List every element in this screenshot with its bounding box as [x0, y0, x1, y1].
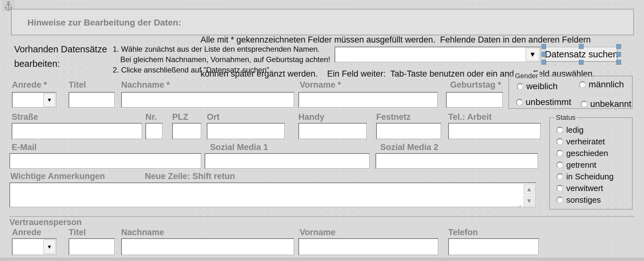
selection-handle-mid-left[interactable]	[541, 52, 546, 57]
status-radio-in-scheidung[interactable]	[556, 173, 563, 180]
status-radio-geschieden[interactable]	[556, 150, 563, 157]
titel-input[interactable]	[69, 92, 115, 108]
plz-label: PLZ	[172, 112, 188, 122]
selection-handle-bottom-right[interactable]	[616, 60, 621, 65]
geburtstag-label: Geburtstag *	[450, 80, 501, 90]
gender-group-legend: Gender	[513, 72, 539, 80]
status-option-in-scheidung[interactable]: in Scheidung	[566, 172, 613, 182]
plz-input[interactable]	[172, 123, 201, 139]
anmerkungen-textarea-frame: ▲ ▼	[9, 183, 536, 207]
selection-handle-top-center[interactable]	[579, 44, 584, 49]
scroll-up-icon[interactable]: ▲	[524, 184, 534, 194]
selection-handle-bottom-left[interactable]	[541, 60, 546, 65]
gender-option-maennlich[interactable]: männlich	[589, 79, 624, 90]
selection-handle-bottom-center[interactable]	[579, 60, 584, 65]
status-option-verwitwert[interactable]: verwitwert	[566, 183, 603, 193]
status-row-sonstiges: sonstiges	[556, 196, 613, 203]
notice-label: Hinweise zur Bearbeitung der Daten:	[27, 18, 181, 28]
vp-telefon-label: Telefon	[448, 228, 478, 237]
record-search-heading: Vorhanden Datensätze bearbeiten:	[14, 42, 107, 71]
vp-titel-label: Titel	[69, 228, 86, 237]
gender-radio-unbestimmt[interactable]	[516, 99, 523, 106]
step-1: 1. Wähle zunächst aus der Liste den ents…	[113, 44, 330, 54]
gender-option-unbestimmt[interactable]: unbestimmt	[526, 97, 571, 107]
anmerkungen-hint-label: Neue Zeile: Shift retun	[145, 171, 235, 181]
notice-box: Hinweise zur Bearbeitung der Daten: Alle…	[11, 9, 634, 35]
sozial-media-1-input[interactable]	[205, 153, 370, 169]
selection-handle-top-left[interactable]	[541, 44, 546, 49]
anrede-combo-arrow-icon[interactable]: ▼	[43, 93, 55, 107]
record-search-heading-line2: bearbeiten:	[14, 56, 107, 71]
nr-label: Nr.	[145, 112, 157, 122]
status-option-ledig[interactable]: ledig	[566, 125, 584, 135]
datensatz-suchen-button[interactable]: Datensatz suchen	[545, 47, 618, 62]
festnetz-input[interactable]	[376, 123, 441, 139]
sozial-media-2-input[interactable]	[376, 153, 538, 169]
anmerkungen-textarea[interactable]	[10, 183, 521, 207]
email-label: E-Mail	[12, 142, 37, 152]
tel-arbeit-label: Tel.: Arbeit	[448, 112, 492, 122]
selection-handle-top-right[interactable]	[616, 44, 621, 49]
anmerkungen-scrollbar[interactable]: ▲ ▼	[524, 184, 534, 206]
vp-nachname-input[interactable]	[121, 238, 294, 255]
anrede-label: Anrede *	[12, 80, 47, 90]
status-option-verheiratet[interactable]: verheiratet	[566, 137, 605, 147]
vertrauensperson-heading: Vertrauensperson	[9, 218, 82, 227]
status-option-getrennt[interactable]: getrennt	[566, 160, 596, 170]
strasse-label: Straße	[12, 112, 38, 122]
record-search-heading-line1: Vorhanden Datensätze	[14, 42, 107, 56]
status-row-verheiratet: verheiratet	[556, 138, 613, 145]
nachname-input[interactable]	[121, 92, 294, 108]
vorname-input[interactable]	[298, 92, 438, 108]
record-search-combo-arrow-icon[interactable]: ▼	[526, 48, 539, 61]
record-search-combo[interactable]: ▼	[335, 47, 541, 62]
tel-arbeit-input[interactable]	[448, 123, 541, 139]
gender-radio-unbekannt[interactable]	[581, 101, 587, 107]
gender-option-weiblich[interactable]: weiblich	[526, 81, 558, 91]
handy-label: Handy	[298, 112, 325, 122]
bottom-strip	[0, 258, 644, 261]
vp-anrede-label: Anrede	[12, 228, 41, 237]
handy-input[interactable]	[298, 123, 367, 139]
nr-input[interactable]	[145, 123, 163, 139]
status-option-geschieden[interactable]: geschieden	[566, 148, 608, 158]
titel-label: Titel	[69, 80, 86, 90]
nachname-label: Nachname *	[121, 80, 170, 90]
gender-option-unbekannt[interactable]: unbekannt	[590, 99, 631, 109]
vp-anrede-combo-arrow-icon[interactable]: ▼	[43, 240, 55, 254]
sozial-media-1-label: Sozial Media 1	[210, 142, 268, 152]
ort-input[interactable]	[207, 123, 285, 139]
gender-radio-weiblich[interactable]	[517, 83, 523, 90]
datensatz-suchen-button-label: Datensatz suchen	[545, 49, 618, 60]
status-row-ledig: ledig	[556, 126, 613, 133]
vp-vorname-input[interactable]	[298, 238, 438, 255]
gender-radio-maennlich[interactable]	[579, 81, 586, 88]
geburtstag-input[interactable]	[446, 92, 503, 108]
vorname-label: Vorname *	[300, 80, 341, 90]
scroll-down-icon[interactable]: ▼	[524, 196, 534, 206]
status-radio-verheiratet[interactable]	[556, 138, 563, 145]
status-option-sonstiges[interactable]: sonstiges	[566, 195, 601, 205]
anrede-combo[interactable]: ▼	[12, 92, 57, 108]
status-radio-getrennt[interactable]	[556, 162, 563, 168]
status-radio-sonstiges[interactable]	[556, 197, 563, 203]
status-radio-ledig[interactable]	[556, 127, 563, 133]
festnetz-label: Festnetz	[376, 112, 411, 122]
section-divider	[9, 216, 634, 217]
anmerkungen-label: Wichtige Anmerkungen	[10, 171, 105, 181]
vp-telefon-input[interactable]	[448, 238, 539, 255]
email-input[interactable]	[9, 153, 201, 169]
status-options: ledig verheiratet geschieden getrennt in…	[556, 126, 613, 203]
status-row-verwitwert: verwitwert	[556, 185, 613, 192]
sozial-media-2-label: Sozial Media 2	[380, 142, 438, 152]
gender-group: Gender weiblich männlich unbestimmt unbe…	[508, 76, 633, 109]
strasse-input[interactable]	[12, 123, 142, 139]
selection-handle-mid-right[interactable]	[616, 52, 621, 57]
vp-anrede-combo[interactable]: ▼	[12, 238, 57, 255]
status-row-in-scheidung: in Scheidung	[556, 173, 613, 180]
vp-nachname-label: Nachname	[121, 228, 164, 237]
status-radio-verwitwert[interactable]	[556, 185, 563, 192]
record-search-steps: 1. Wähle zunächst aus der Liste den ents…	[113, 44, 330, 75]
status-row-getrennt: getrennt	[556, 161, 613, 168]
vp-titel-input[interactable]	[69, 238, 115, 255]
